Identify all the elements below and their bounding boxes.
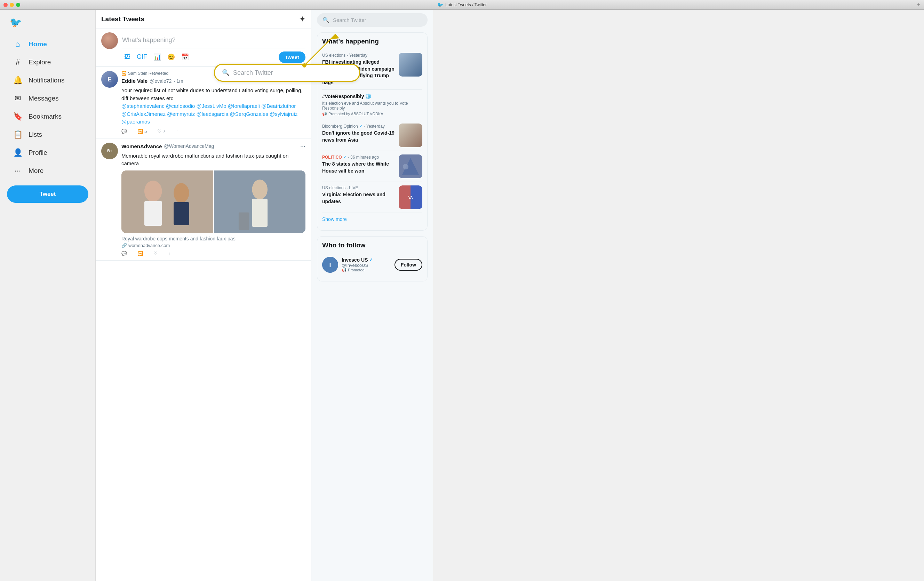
svg-point-3: [173, 183, 189, 203]
happening-content: #VoteResponsibly 🧊 It's election eve and…: [322, 93, 422, 116]
svg-point-1: [144, 181, 162, 202]
feed-title: Latest Tweets: [101, 15, 144, 23]
promoted-label: 📢 Promoted: [342, 268, 391, 272]
link-icon: 🔗: [121, 243, 127, 248]
happening-title: #VoteResponsibly 🧊: [322, 93, 422, 100]
verified-icon: ✓: [359, 124, 363, 129]
tweet-header: E 🔁 Sam Stein Retweeted Eddie Vale @eval…: [101, 71, 305, 134]
retweet-button[interactable]: 🔁 5: [137, 129, 147, 134]
source-name: Bloomberg Opinion: [322, 124, 358, 129]
svg-text:VA: VA: [408, 196, 412, 199]
happening-item[interactable]: US elections · Yesterday FBI investigati…: [322, 50, 422, 90]
sidebar-item-notifications[interactable]: 🔔 Notifications: [3, 72, 92, 89]
share-button[interactable]: ↑: [168, 251, 170, 256]
follow-item: I Invesco US ✓ @InvescoUS 📢 Promoted: [322, 253, 422, 276]
right-sidebar: 🔍 Search Twitter What's happening US ele…: [311, 10, 433, 581]
happening-meta: US elections · Yesterday: [322, 53, 395, 58]
sidebar-item-more[interactable]: ··· More: [3, 162, 92, 180]
like-icon: ♡: [153, 251, 158, 256]
tweet-item[interactable]: W+ WomenAdvance @WomenAdvanceMag ··· Mem…: [96, 139, 311, 261]
search-icon: 🔍: [322, 17, 330, 23]
sidebar-item-explore[interactable]: # Explore: [3, 54, 92, 71]
retweet-icon: 🔁: [121, 71, 127, 76]
follow-button[interactable]: Follow: [394, 259, 422, 271]
happening-meta: US elections · LIVE: [322, 185, 395, 190]
like-button[interactable]: ♡: [153, 251, 158, 256]
svg-text:I: I: [329, 262, 331, 269]
like-button[interactable]: ♡ 7: [157, 129, 165, 134]
image-icon[interactable]: 🖼: [122, 51, 132, 63]
promoted-text: Promoted by ABSOLUT VODKA: [328, 112, 383, 116]
tweet-author-handle: @evale72: [150, 78, 172, 84]
sidebar-item-lists[interactable]: 📋 Lists: [3, 126, 92, 144]
twitter-bird-icon: 🐦: [437, 2, 443, 8]
maximize-button[interactable]: [16, 3, 20, 7]
sidebar-item-profile[interactable]: 👤 Profile: [3, 144, 92, 162]
who-to-follow-title: Who to follow: [322, 241, 422, 249]
explore-label: Explore: [28, 58, 51, 66]
happening-content: US elections · LIVE Virginia: Election n…: [322, 185, 395, 209]
happening-title: FBI investigating alleged harassment of …: [322, 59, 395, 86]
home-icon: ⌂: [13, 40, 22, 49]
emoji-icon[interactable]: 😊: [165, 51, 177, 63]
minimize-button[interactable]: [10, 3, 14, 7]
who-to-follow-section: Who to follow I Invesco US: [317, 236, 427, 281]
search-bar[interactable]: 🔍 Search Twitter: [317, 13, 427, 27]
tweet-image-right: [214, 170, 306, 233]
verified-icon: ✓: [343, 155, 347, 160]
svg-rect-0: [121, 170, 213, 233]
sidebar-item-bookmarks[interactable]: 🔖 Bookmarks: [3, 108, 92, 125]
new-tab-button[interactable]: +: [917, 1, 921, 8]
reply-button[interactable]: 💬: [121, 251, 127, 256]
retweet-label: 🔁 Sam Stein Retweeted: [121, 71, 305, 76]
retweet-action-icon: 🔁: [137, 129, 143, 134]
main-content-wrapper: Latest Tweets ✦ What's happening? 🖼 GIF …: [96, 10, 924, 581]
happening-item[interactable]: US elections · LIVE Virginia: Election n…: [322, 182, 422, 213]
happening-content: US elections · Yesterday FBI investigati…: [322, 53, 395, 86]
retweet-button[interactable]: 🔁: [137, 251, 143, 256]
tweet-meta-row: Eddie Vale @evale72 · 1m ···: [121, 77, 305, 84]
schedule-icon[interactable]: 📅: [179, 51, 191, 63]
tweet-more-button[interactable]: ···: [300, 77, 305, 84]
compose-icons: 🖼 GIF 📊 😊 📅: [122, 51, 191, 63]
share-button[interactable]: ↑: [176, 129, 178, 134]
sidebar-item-home[interactable]: ⌂ Home: [3, 35, 92, 53]
reply-icon: 💬: [121, 251, 127, 256]
happening-item[interactable]: Bloomberg Opinion ✓ · Yesterday Don't ig…: [322, 120, 422, 151]
poll-icon[interactable]: 📊: [151, 51, 163, 63]
sidebar-item-messages[interactable]: ✉ Messages: [3, 90, 92, 107]
reply-button[interactable]: 💬: [121, 129, 127, 134]
tweet-author: Eddie Vale @evale72 · 1m: [121, 78, 183, 84]
happening-thumb: [399, 155, 422, 178]
tweet-more-button[interactable]: ···: [300, 143, 305, 150]
main-feed: Latest Tweets ✦ What's happening? 🖼 GIF …: [96, 10, 311, 581]
show-more-link[interactable]: Show more: [322, 213, 422, 225]
close-button[interactable]: [3, 3, 8, 7]
explore-icon: #: [13, 58, 22, 67]
follow-handle: @InvescoUS: [342, 262, 391, 268]
compose-tweet-button[interactable]: Tweet: [279, 51, 305, 63]
messages-label: Messages: [28, 95, 59, 102]
whats-happening-section: What's happening US elections · Yesterda…: [317, 32, 427, 231]
image-link[interactable]: 🔗 womenadvance.com: [121, 243, 305, 248]
happening-title: The 8 states where the White House will …: [322, 161, 395, 174]
tweet-item[interactable]: E 🔁 Sam Stein Retweeted Eddie Vale @eval…: [96, 67, 311, 139]
notifications-icon: 🔔: [13, 76, 22, 85]
compose-placeholder[interactable]: What's happening?: [122, 32, 305, 48]
happening-item[interactable]: POLITICO ✓ · 36 minutes ago The 8 states…: [322, 151, 422, 182]
tweet-image-left: [121, 170, 213, 233]
tweet-text: Your required list of not white dudes to…: [121, 87, 305, 126]
sparkle-icon[interactable]: ✦: [299, 15, 305, 24]
tweet-body: 🔁 Sam Stein Retweeted Eddie Vale @evale7…: [121, 71, 305, 134]
lists-label: Lists: [28, 131, 42, 139]
app-container: 🐦 ⌂ Home # Explore 🔔 Notifications ✉ Mes…: [0, 10, 924, 581]
gif-icon[interactable]: GIF: [135, 51, 149, 63]
like-count: 7: [163, 129, 165, 134]
sidebar-logo[interactable]: 🐦: [0, 13, 95, 35]
happening-title: Virginia: Election news and updates: [322, 191, 395, 205]
tweet-button[interactable]: Tweet: [7, 185, 88, 203]
happening-item[interactable]: #VoteResponsibly 🧊 It's election eve and…: [322, 90, 422, 120]
compose-right: What's happening? 🖼 GIF 📊 😊 📅 Tweet: [122, 32, 305, 63]
happening-thumb: VA: [399, 185, 422, 209]
tweet-author-name: WomenAdvance: [121, 144, 162, 149]
